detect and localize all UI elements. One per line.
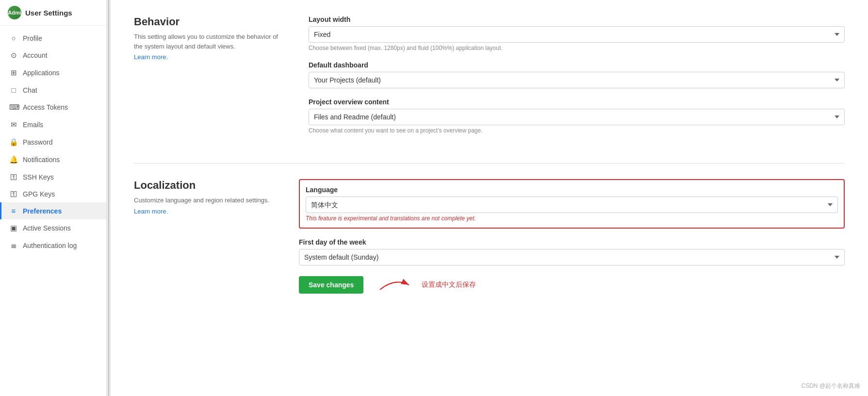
applications-icon: ⊞ — [9, 68, 18, 77]
behavior-left: Behavior This setting allows you to cust… — [134, 16, 279, 61]
sidebar-item-label-active-sessions: Active Sessions — [23, 224, 71, 232]
default-dashboard-group: Default dashboard Your Projects (default… — [309, 61, 845, 88]
ssh-keys-icon: ⚿ — [9, 173, 18, 181]
sidebar-title: User Settings — [25, 9, 72, 17]
sidebar-item-label-password: Password — [23, 138, 52, 146]
sidebar-item-applications[interactable]: ⊞ Applications — [0, 64, 106, 82]
chat-icon: □ — [9, 86, 18, 94]
sidebar-item-access-tokens[interactable]: ⌨ Access Tokens — [0, 99, 106, 116]
sidebar-item-label-emails: Emails — [23, 121, 43, 129]
emails-icon: ✉ — [9, 120, 18, 129]
layout-width-label: Layout width — [309, 16, 845, 23]
authentication-log-icon: ≣ — [9, 241, 18, 250]
sidebar-scrollbar — [107, 0, 111, 396]
behavior-learn-more[interactable]: Learn more. — [134, 53, 168, 61]
sidebar-item-preferences[interactable]: ≡ Preferences — [0, 202, 106, 219]
sidebar-item-label-account: Account — [23, 51, 48, 59]
main-content: Behavior This setting allows you to cust… — [111, 0, 868, 396]
sidebar-item-label-profile: Profile — [23, 34, 42, 42]
sidebar-item-chat[interactable]: □ Chat — [0, 82, 106, 99]
project-overview-label: Project overview content — [309, 98, 845, 106]
behavior-description: This setting allows you to customize the… — [134, 32, 279, 51]
layout-width-hint: Choose between fixed (max. 1280px) and f… — [309, 45, 845, 51]
sidebar-item-profile[interactable]: ○ Profile — [0, 30, 106, 47]
behavior-row: Behavior This setting allows you to cust… — [134, 16, 845, 144]
red-arrow-icon — [375, 275, 414, 295]
save-changes-button[interactable]: Save changes — [299, 276, 363, 294]
first-day-group: First day of the week System default (Su… — [299, 238, 845, 265]
language-select[interactable]: 简体中文 English Deutsch Français 日本語 — [306, 197, 838, 213]
localization-row: Localization Customize language and regi… — [134, 179, 845, 295]
default-dashboard-select[interactable]: Your Projects (default) Activity Groups … — [309, 72, 845, 88]
sidebar-item-label-gpg-keys: GPG Keys — [23, 190, 55, 198]
default-dashboard-label: Default dashboard — [309, 61, 845, 69]
layout-width-group: Layout width Fixed Fluid Choose between … — [309, 16, 845, 51]
sidebar-item-gpg-keys[interactable]: ⚿ GPG Keys — [0, 185, 106, 202]
language-hint: This feature is experimental and transla… — [306, 215, 838, 222]
sidebar-item-authentication-log[interactable]: ≣ Authentication log — [0, 237, 106, 254]
watermark: CSDN @起个名称真难 — [801, 382, 860, 390]
preferences-icon: ≡ — [9, 207, 18, 215]
localization-section: Localization Customize language and regi… — [134, 179, 845, 295]
project-overview-select[interactable]: Files and Readme (default) Readme Activi… — [309, 109, 845, 125]
annotation-text: 设置成中文后保存 — [422, 280, 476, 289]
sidebar-item-password[interactable]: 🔒 Password — [0, 133, 106, 151]
sidebar-item-label-preferences: Preferences — [23, 207, 62, 215]
notifications-icon: 🔔 — [9, 155, 18, 164]
sidebar-item-label-authentication-log: Authentication log — [23, 242, 77, 249]
language-group: Language 简体中文 English Deutsch Français 日… — [299, 179, 845, 229]
localization-description: Customize language and region related se… — [134, 196, 270, 205]
localization-right: Language 简体中文 English Deutsch Français 日… — [299, 179, 845, 295]
language-label: Language — [306, 186, 838, 194]
sidebar-nav: ○ Profile ⊙ Account ⊞ Applications □ Cha… — [0, 26, 106, 396]
sidebar-item-label-ssh-keys: SSH Keys — [23, 173, 54, 181]
sidebar: Admi User Settings ○ Profile ⊙ Account ⊞… — [0, 0, 107, 396]
sidebar-item-label-chat: Chat — [23, 86, 37, 94]
sidebar-item-active-sessions[interactable]: ▣ Active Sessions — [0, 219, 106, 237]
sidebar-item-account[interactable]: ⊙ Account — [0, 47, 106, 64]
sidebar-item-label-access-tokens: Access Tokens — [23, 103, 68, 111]
section-divider — [134, 163, 845, 164]
account-icon: ⊙ — [9, 51, 18, 60]
localization-title: Localization — [134, 179, 270, 192]
active-sessions-icon: ▣ — [9, 224, 18, 232]
sidebar-item-ssh-keys[interactable]: ⚿ SSH Keys — [0, 168, 106, 185]
behavior-section: Behavior This setting allows you to cust… — [134, 16, 845, 144]
behavior-right: Layout width Fixed Fluid Choose between … — [309, 16, 845, 144]
save-row: Save changes 设置成中文后保存 — [299, 275, 845, 295]
avatar: Admi — [8, 6, 21, 19]
behavior-title: Behavior — [134, 16, 279, 28]
sidebar-item-label-notifications: Notifications — [23, 156, 60, 164]
project-overview-hint: Choose what content you want to see on a… — [309, 127, 845, 134]
sidebar-header: Admi User Settings — [0, 0, 106, 26]
first-day-label: First day of the week — [299, 238, 845, 246]
localization-left: Localization Customize language and regi… — [134, 179, 270, 215]
sidebar-item-notifications[interactable]: 🔔 Notifications — [0, 151, 106, 168]
password-icon: 🔒 — [9, 138, 18, 147]
sidebar-item-label-applications: Applications — [23, 69, 60, 77]
sidebar-item-emails[interactable]: ✉ Emails — [0, 116, 106, 133]
project-overview-group: Project overview content Files and Readm… — [309, 98, 845, 134]
first-day-select[interactable]: System default (Sunday) Sunday Monday Sa… — [299, 249, 845, 265]
profile-icon: ○ — [9, 34, 18, 42]
layout-width-select[interactable]: Fixed Fluid — [309, 26, 845, 43]
localization-learn-more[interactable]: Learn more. — [134, 208, 168, 215]
access-tokens-icon: ⌨ — [9, 103, 18, 112]
gpg-keys-icon: ⚿ — [9, 190, 18, 198]
